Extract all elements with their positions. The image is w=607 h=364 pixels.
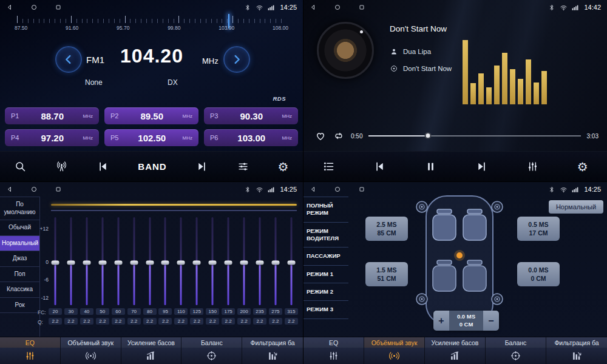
eq-band-handle[interactable] [193,261,201,265]
eq-band-handle[interactable] [256,261,263,265]
mode-3[interactable]: РЕЖИМ 3 [304,301,348,318]
eq-band-handle[interactable] [67,261,75,265]
mode-full[interactable]: ПОЛНЫЙ РЕЖИМ [304,197,348,223]
eq-preset-default[interactable]: По умолчанию [0,197,39,220]
eq-band-handle[interactable] [52,261,59,265]
eq-band-handle[interactable] [271,261,279,265]
eq-band-slider[interactable] [190,217,203,305]
eq-band-handle[interactable] [177,261,185,265]
favorite-heart-icon[interactable] [314,130,327,142]
delay-front-left[interactable]: 2.5 MS 85 CM [365,217,408,241]
eq-band-slider[interactable] [269,217,282,305]
tune-down-button[interactable] [55,46,82,73]
eq-band-slider[interactable] [80,217,93,305]
seek-slider[interactable] [368,132,580,140]
eq-preset-jazz[interactable]: Джаз [0,251,39,267]
eq-band-handle[interactable] [130,261,138,265]
preset-button-p3[interactable]: P3 90.30 MHz [204,107,298,124]
home-icon[interactable] [30,186,38,193]
eq-band-handle[interactable] [225,261,232,265]
recents-icon[interactable] [358,4,365,11]
tab-eq[interactable]: EQ [304,337,364,364]
tab-balance[interactable]: Баланс [486,337,546,364]
tab-filtering[interactable]: Фильтрация ба [546,337,607,364]
equalizer-icon[interactable] [526,160,539,173]
mode-1[interactable]: РЕЖИМ 1 [304,266,348,283]
eq-band-handle[interactable] [114,261,122,265]
eq-band-slider[interactable] [253,217,266,305]
tune-up-button[interactable] [223,46,250,73]
preset-button-p2[interactable]: P2 89.50 MHz [104,107,198,124]
progress-knob[interactable] [425,132,432,139]
eq-band-slider[interactable] [237,217,251,305]
recents-icon[interactable] [358,186,365,193]
previous-station-icon[interactable] [97,160,109,173]
delay-rear-left[interactable]: 1.5 MS 51 CM [365,262,408,286]
eq-band-slider[interactable] [143,217,157,305]
eq-band-slider[interactable] [222,217,235,305]
pause-icon[interactable] [424,160,437,173]
next-station-icon[interactable] [195,160,208,173]
tab-eq[interactable]: EQ [0,337,61,364]
next-track-icon[interactable] [475,160,488,173]
eq-band-slider[interactable] [64,217,78,305]
tab-bass-boost[interactable]: Усиление басов [121,337,182,364]
secondary-level-track[interactable] [51,210,297,211]
settings-gear-icon[interactable]: ⚙ [278,161,289,173]
broadcast-tower-icon[interactable] [55,160,68,173]
eq-preset-custom[interactable]: Обычай [0,220,39,236]
delay-increase-button[interactable]: + [433,311,449,331]
delay-rear-right[interactable]: 0.0 MS 0 CM [517,262,560,286]
eq-band-handle[interactable] [240,261,248,265]
preset-button-p5[interactable]: P5 102.50 MHz [104,129,198,146]
eq-band-slider[interactable] [49,217,62,305]
eq-band-slider[interactable] [174,217,188,305]
home-icon[interactable] [334,186,341,193]
mode-driver[interactable]: РЕЖИМ ВОДИТЕЛЯ [304,223,348,248]
settings-gear-icon[interactable]: ⚙ [577,161,588,173]
eq-band-handle[interactable] [287,261,295,265]
tab-surround[interactable]: Объёмный звук [61,337,121,364]
delay-decrease-button[interactable]: − [483,311,499,331]
tab-surround[interactable]: Объёмный звук [364,337,425,364]
eq-band-slider[interactable] [206,217,219,305]
profile-dropdown[interactable]: Нормальный [549,200,603,214]
eq-band-handle[interactable] [146,261,154,265]
preset-button-p6[interactable]: P6 103.00 MHz [204,129,298,146]
eq-band-slider[interactable] [112,217,125,305]
home-icon[interactable] [30,4,38,11]
band-button[interactable]: BAND [138,161,166,172]
playlist-icon[interactable] [322,160,335,173]
master-level-slider[interactable] [51,204,297,206]
delay-front-right[interactable]: 0.5 MS 17 CM [517,217,560,241]
eq-preset-normal[interactable]: Нормальный [0,236,39,252]
repeat-icon[interactable] [333,130,345,142]
eq-preset-classic[interactable]: Классика [0,282,39,298]
eq-preset-pop[interactable]: Поп [0,267,39,283]
preset-button-p1[interactable]: P1 88.70 MHz [5,107,99,124]
eq-band-slider[interactable] [96,217,109,305]
mode-passenger[interactable]: ПАССАЖИР [304,248,348,265]
eq-band-slider[interactable] [285,217,298,305]
eq-band-slider[interactable] [127,217,141,305]
eq-band-slider[interactable] [158,217,172,305]
eq-band-handle[interactable] [83,261,90,265]
eq-band-handle[interactable] [98,261,106,265]
eq-preset-rock[interactable]: Рок [0,298,39,314]
eq-band-handle[interactable] [209,261,217,265]
back-icon[interactable] [6,186,13,193]
eq-band-handle[interactable] [161,261,169,265]
back-icon[interactable] [310,186,317,193]
recents-icon[interactable] [55,186,62,193]
back-icon[interactable] [310,4,317,11]
scan-search-icon[interactable] [14,160,27,173]
back-icon[interactable] [6,4,13,11]
mode-2[interactable]: РЕЖИМ 2 [304,283,348,301]
tab-filtering[interactable]: Фильтрация ба [242,337,303,364]
preset-button-p4[interactable]: P4 97.20 MHz [5,129,99,146]
home-icon[interactable] [334,4,341,11]
previous-track-icon[interactable] [373,160,386,173]
equalizer-icon[interactable] [237,160,249,173]
tab-balance[interactable]: Баланс [181,337,242,364]
recents-icon[interactable] [55,4,62,11]
